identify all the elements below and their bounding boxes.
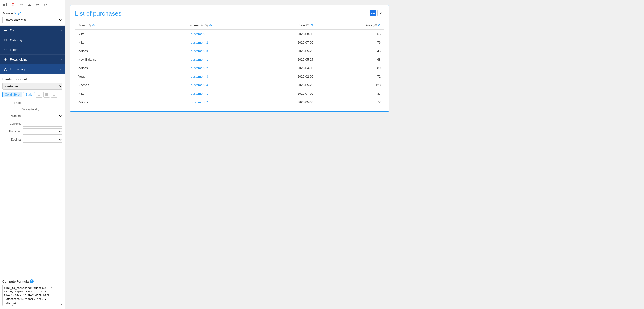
label-field-label: Label bbox=[2, 101, 21, 104]
table-row: Nikecustomer - 22020-07-0676 bbox=[75, 38, 384, 47]
align-center-button[interactable]: ☰ bbox=[43, 92, 50, 98]
expand-button[interactable]: ∨ bbox=[377, 10, 384, 16]
display-total-checkbox[interactable] bbox=[38, 108, 42, 111]
brand-cell: Vega bbox=[75, 72, 151, 81]
data-table: Brand [1] ⚙ customer_id [2] ⚙ bbox=[75, 21, 384, 106]
style-buttons: Cond. Style Style ≡ ☰ ≡ bbox=[2, 92, 62, 98]
compute-formula-label: Compute Formula ? bbox=[2, 280, 62, 283]
date-gear-icon[interactable]: ⚙ bbox=[310, 24, 313, 27]
source-link-icon[interactable]: 🖉 bbox=[18, 12, 21, 15]
decimal-label: Decimal bbox=[2, 138, 21, 141]
date-label: Date bbox=[298, 24, 305, 27]
customer-id-cell[interactable]: customer - 4 bbox=[151, 81, 248, 90]
customer-id-gear-icon[interactable]: ⚙ bbox=[209, 24, 212, 27]
price-cell: 76 bbox=[316, 38, 384, 47]
col-customer-id: customer_id [2] ⚙ bbox=[151, 21, 248, 30]
date-cell: 2020-05-06 bbox=[248, 98, 317, 106]
nav-menu: ☰ Data › ⊟ Order By › ▽ Filters › ⊕ Rows… bbox=[0, 26, 65, 74]
date-cell: 2020-08-06 bbox=[248, 30, 317, 38]
brand-cell: Adidas bbox=[75, 47, 151, 55]
nav-filters-label: Filters bbox=[10, 48, 18, 52]
data-icon: ☰ bbox=[3, 28, 8, 32]
cloud-icon[interactable]: ☁ bbox=[26, 2, 32, 7]
thousand-select[interactable] bbox=[23, 128, 62, 135]
svg-rect-1 bbox=[4, 4, 6, 6]
customer-id-cell[interactable]: customer - 1 bbox=[151, 30, 248, 38]
formatting-chevron: ∨ bbox=[60, 68, 62, 71]
rows-folding-icon: ⊕ bbox=[3, 57, 8, 62]
date-cell: 2020-07-06 bbox=[248, 38, 317, 47]
price-label: Price bbox=[365, 24, 372, 27]
brush-icon[interactable]: ✏ bbox=[18, 2, 24, 7]
cond-style-button[interactable]: Cond. Style bbox=[2, 92, 22, 98]
price-cell: 45 bbox=[316, 47, 384, 55]
brand-cell: Nike bbox=[75, 90, 151, 98]
customer-id-cell[interactable]: customer - 2 bbox=[151, 64, 248, 72]
nav-item-data[interactable]: ☰ Data › bbox=[0, 26, 65, 35]
align-right-button[interactable]: ≡ bbox=[51, 92, 58, 98]
date-num: [3] bbox=[306, 24, 309, 27]
table-row: Vegacustomer - 32020-02-0672 bbox=[75, 72, 384, 81]
customer-id-cell[interactable]: customer - 3 bbox=[151, 47, 248, 55]
brand-gear-icon[interactable]: ⚙ bbox=[92, 24, 95, 27]
source-edit-icon[interactable]: ✎ bbox=[14, 12, 16, 15]
price-gear-icon[interactable]: ⚙ bbox=[378, 24, 381, 27]
report-toolbar: csv ∨ bbox=[370, 10, 384, 16]
nav-formatting-label: Formatting bbox=[10, 68, 24, 71]
help-icon[interactable]: ? bbox=[30, 280, 34, 283]
nav-item-rows-folding[interactable]: ⊕ Rows folding › bbox=[0, 55, 65, 64]
header-to-format-label: Header to format bbox=[2, 77, 62, 81]
brand-cell: Adidas bbox=[75, 64, 151, 72]
svg-rect-0 bbox=[3, 4, 4, 6]
report-title: List of purchases bbox=[75, 10, 122, 17]
price-cell: 89 bbox=[316, 64, 384, 72]
price-cell: 68 bbox=[316, 55, 384, 64]
redo-icon[interactable]: ⇄ bbox=[42, 2, 48, 7]
formula-textarea[interactable]: link_to_dashboard("customer - " + value,… bbox=[2, 285, 62, 306]
col-brand: Brand [1] ⚙ bbox=[75, 21, 151, 30]
nav-item-filters[interactable]: ▽ Filters › bbox=[0, 45, 65, 55]
currency-input[interactable] bbox=[23, 121, 62, 126]
currency-row: Currency bbox=[2, 121, 62, 126]
date-cell: 2020-04-06 bbox=[248, 64, 317, 72]
price-cell: 65 bbox=[316, 30, 384, 38]
undo-icon[interactable]: ↩ bbox=[34, 2, 40, 7]
header-select[interactable]: customer_id bbox=[2, 83, 62, 90]
align-left-button[interactable]: ≡ bbox=[36, 92, 42, 98]
nav-item-order-by[interactable]: ⊟ Order By › bbox=[0, 35, 65, 45]
customer-id-cell[interactable]: customer - 2 bbox=[151, 98, 248, 106]
nav-rowsfolding-label: Rows folding bbox=[10, 58, 28, 61]
table-row: New Balancecustomer - 12020-05-2768 bbox=[75, 55, 384, 64]
source-text: Source bbox=[2, 12, 13, 15]
col-date: Date [3] ⚙ bbox=[248, 21, 317, 30]
price-cell: 72 bbox=[316, 72, 384, 81]
customer-id-cell[interactable]: customer - 1 bbox=[151, 90, 248, 98]
brand-cell: New Balance bbox=[75, 55, 151, 64]
nav-data-label: Data bbox=[10, 29, 16, 32]
nav-item-formatting[interactable]: A Formatting ∨ bbox=[0, 64, 65, 74]
customer-id-cell[interactable]: customer - 3 bbox=[151, 72, 248, 81]
customer-id-cell[interactable]: customer - 2 bbox=[151, 38, 248, 47]
customer-id-cell[interactable]: customer - 1 bbox=[151, 55, 248, 64]
settings-icon[interactable]: ⚙ bbox=[10, 2, 16, 7]
brand-cell: Adidas bbox=[75, 98, 151, 106]
table-row: Nikecustomer - 12020-07-0687 bbox=[75, 90, 384, 98]
main-content: List of purchases csv ∨ Brand [1] ⚙ bbox=[65, 0, 644, 309]
numeral-label: Numeral bbox=[2, 114, 21, 118]
csv-export-button[interactable]: csv bbox=[370, 10, 376, 16]
numeral-select[interactable] bbox=[23, 113, 62, 119]
brand-cell: Nike bbox=[75, 38, 151, 47]
source-select[interactable]: sales_data.xlsx bbox=[2, 16, 62, 24]
label-input[interactable] bbox=[23, 100, 62, 106]
date-cell: 2020-02-06 bbox=[248, 72, 317, 81]
order-icon: ⊟ bbox=[3, 38, 8, 42]
display-total-row: Display total bbox=[2, 108, 62, 111]
currency-label: Currency bbox=[2, 122, 21, 126]
style-button[interactable]: Style bbox=[23, 92, 35, 98]
price-num: [4] bbox=[374, 24, 377, 27]
formatting-icon: A bbox=[3, 67, 8, 71]
decimal-select[interactable] bbox=[23, 136, 62, 143]
chart-icon[interactable] bbox=[2, 2, 8, 7]
compute-formula-text: Compute Formula bbox=[2, 280, 29, 283]
table-row: Nikecustomer - 12020-08-0665 bbox=[75, 30, 384, 38]
